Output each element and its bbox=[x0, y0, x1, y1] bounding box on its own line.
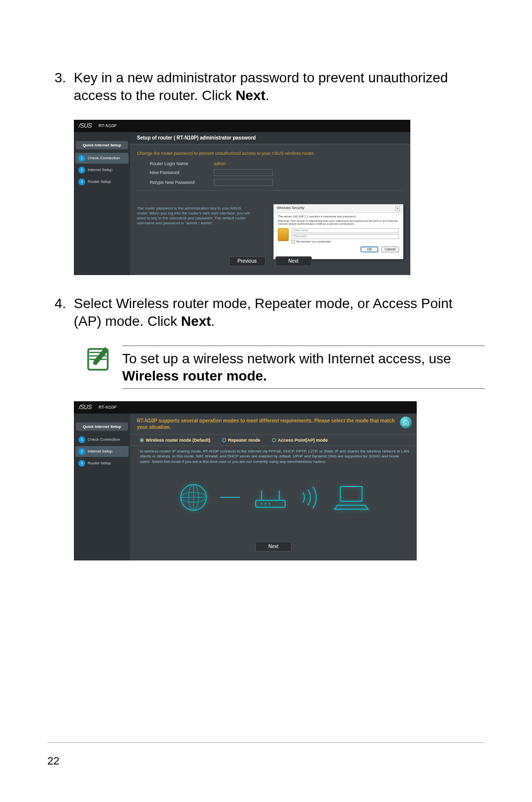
cable-icon bbox=[220, 497, 240, 498]
radio-icon bbox=[140, 438, 144, 442]
mode-description: In wireless router/ IP sharing mode, RT-… bbox=[130, 446, 417, 468]
radio-label: Wireless router mode (Default) bbox=[146, 438, 210, 443]
panel-instruction: Change the router password to prevent un… bbox=[130, 146, 410, 160]
laptop-icon bbox=[333, 484, 369, 511]
retype-password-input[interactable] bbox=[214, 179, 273, 186]
svg-point-5 bbox=[261, 503, 263, 504]
row-retype-password: Retype New Password bbox=[130, 177, 410, 187]
svg-point-7 bbox=[269, 503, 270, 504]
windows-security-popup: Windows Security × The server 192.168.1.… bbox=[273, 204, 403, 259]
next-button[interactable]: Next bbox=[255, 542, 292, 552]
sidebar-item-internet-setup[interactable]: 2 Internet Setup bbox=[75, 446, 129, 457]
popup-server-line: The server 192.168.1.1 requires a userna… bbox=[278, 215, 399, 218]
router-icon bbox=[251, 482, 290, 513]
asus-logo: /SUS bbox=[79, 122, 92, 129]
step-4-text-b: . bbox=[211, 314, 215, 329]
panel-heading: Setup of router ( RT-N10P) administrator… bbox=[130, 132, 410, 143]
popup-ok-button[interactable]: OK bbox=[361, 246, 378, 252]
login-name-label: Router Login Name bbox=[150, 161, 214, 166]
svg-rect-4 bbox=[256, 500, 285, 507]
globe-icon bbox=[178, 482, 209, 513]
titlebar: /SUS RT-N10P bbox=[74, 401, 417, 414]
note-row: To set up a wireless network with Intern… bbox=[85, 346, 485, 389]
titlebar: /SUS RT-N10P bbox=[74, 120, 410, 132]
panel-operation-mode: RT-N10P supports several operation modes… bbox=[130, 414, 417, 560]
sidebar-item-check-connection[interactable]: 1 Check Connection bbox=[75, 434, 129, 445]
home-icon[interactable] bbox=[400, 417, 412, 428]
mode-diagram bbox=[130, 468, 417, 527]
sidebar-title: Quick Internet Setup bbox=[76, 422, 128, 431]
sidebar-item-label: Internet Setup bbox=[88, 168, 112, 172]
sidebar-item-label: Router Setup bbox=[88, 179, 111, 184]
svg-rect-8 bbox=[340, 487, 362, 501]
popup-title: Windows Security bbox=[277, 206, 304, 211]
step-badge-3-icon: 3 bbox=[78, 460, 85, 467]
sidebar-item-check-connection[interactable]: 1 Check Connection bbox=[75, 153, 129, 164]
radio-wireless-router[interactable]: Wireless router mode (Default) bbox=[140, 438, 210, 443]
sidebar-item-label: Check Connection bbox=[88, 437, 120, 442]
note-bold: Wireless router mode. bbox=[122, 368, 267, 384]
row-login-name: Router Login Name admin bbox=[130, 160, 410, 168]
step-badge-2-icon: 2 bbox=[78, 167, 85, 174]
sidebar-item-router-setup[interactable]: 3 Router Setup bbox=[75, 458, 129, 469]
popup-username-input[interactable]: User name bbox=[292, 228, 399, 233]
remember-checkbox[interactable] bbox=[292, 240, 295, 244]
page-number: 22 bbox=[47, 755, 59, 767]
step-badge-1-icon: 1 bbox=[78, 436, 85, 443]
screenshot-operation-mode: /SUS RT-N10P Quick Internet Setup 1 Chec… bbox=[74, 401, 417, 560]
retype-password-label: Retype New Password bbox=[150, 180, 214, 185]
sidebar-item-router-setup[interactable]: 3 Router Setup bbox=[75, 176, 129, 187]
popup-cancel-button[interactable]: Cancel bbox=[381, 246, 399, 252]
wifi-waves-icon bbox=[301, 486, 323, 509]
step-3-number: 3. bbox=[47, 69, 66, 87]
new-password-label: New Password bbox=[150, 170, 214, 175]
panel-admin-password: Setup of router ( RT-N10P) administrator… bbox=[130, 132, 410, 275]
previous-button[interactable]: Previous bbox=[229, 256, 266, 266]
screenshot-admin-password: /SUS RT-N10P Quick Internet Setup 1 Chec… bbox=[74, 120, 410, 275]
popup-warning: Warning: This server is requesting that … bbox=[278, 219, 399, 225]
radio-repeater[interactable]: Repeater mode bbox=[222, 438, 260, 443]
mode-heading: RT-N10P supports several operation modes… bbox=[130, 414, 417, 434]
model-label: RT-N10P bbox=[99, 123, 117, 128]
radio-access-point[interactable]: Access Point(AP) mode bbox=[272, 438, 328, 443]
sidebar-item-label: Check Connection bbox=[88, 156, 120, 160]
step-badge-3-icon: 3 bbox=[78, 178, 85, 185]
note-text-a: To set up a wireless network with Intern… bbox=[122, 351, 451, 366]
footer-rule bbox=[47, 742, 485, 743]
next-button[interactable]: Next bbox=[275, 256, 312, 266]
radio-label: Repeater mode bbox=[228, 438, 260, 443]
step-4-number: 4. bbox=[47, 295, 66, 313]
step-4-text-a: Select Wireless router mode, Repeater mo… bbox=[74, 296, 453, 329]
step-3-text-b: . bbox=[266, 88, 269, 103]
note-icon bbox=[85, 346, 112, 373]
sidebar: Quick Internet Setup 1 Check Connection … bbox=[74, 132, 130, 275]
sidebar-item-internet-setup[interactable]: 2 Internet Setup bbox=[75, 165, 129, 175]
radio-icon bbox=[222, 438, 226, 442]
sidebar-item-label: Router Setup bbox=[88, 461, 111, 465]
model-label: RT-N10P bbox=[99, 405, 117, 410]
radio-icon bbox=[272, 438, 276, 442]
login-name-value: admin bbox=[214, 161, 226, 166]
asus-logo: /SUS bbox=[79, 404, 92, 411]
popup-remember-row[interactable]: Remember my credentials bbox=[292, 240, 399, 244]
step-4-bold: Next bbox=[181, 314, 211, 329]
svg-point-6 bbox=[265, 503, 266, 504]
step-3: 3. Key in a new administrator password t… bbox=[47, 69, 485, 105]
sidebar: Quick Internet Setup 1 Check Connection … bbox=[74, 414, 130, 560]
radio-label: Access Point(AP) mode bbox=[278, 438, 328, 443]
sidebar-item-label: Internet Setup bbox=[88, 449, 112, 453]
new-password-input[interactable] bbox=[214, 169, 273, 176]
credentials-key-icon bbox=[278, 228, 289, 241]
remember-label: Remember my credentials bbox=[297, 240, 331, 243]
help-text: The router password is the administratio… bbox=[137, 206, 250, 226]
step-badge-2-icon: 2 bbox=[78, 448, 85, 455]
popup-password-input[interactable]: Password bbox=[292, 234, 399, 239]
step-badge-1-icon: 1 bbox=[78, 155, 85, 162]
step-4: 4. Select Wireless router mode, Repeater… bbox=[47, 295, 485, 331]
mode-heading-text: RT-N10P supports several operation modes… bbox=[137, 418, 395, 430]
step-3-bold: Next bbox=[235, 88, 266, 103]
row-new-password: New Password bbox=[130, 168, 410, 177]
sidebar-title: Quick Internet Setup bbox=[76, 141, 128, 149]
popup-close-button[interactable]: × bbox=[395, 206, 400, 211]
